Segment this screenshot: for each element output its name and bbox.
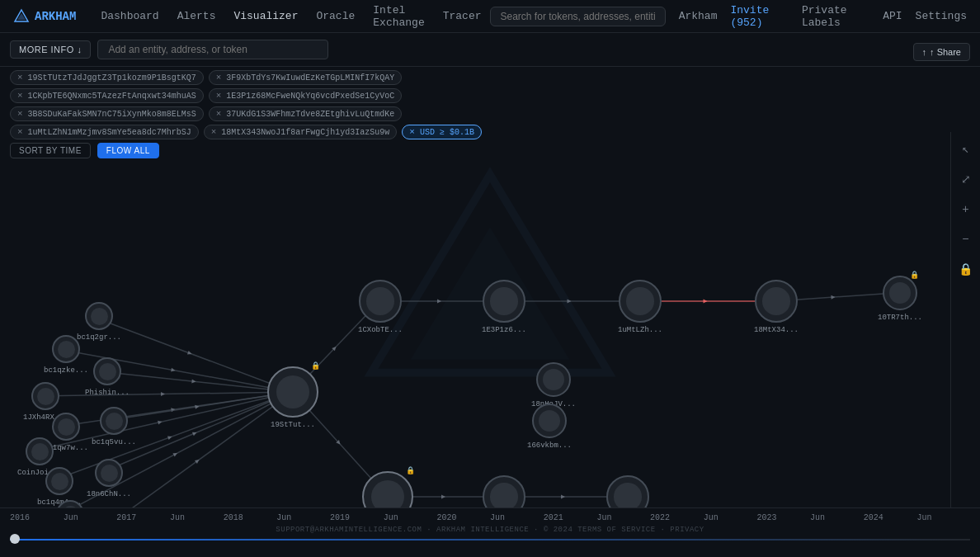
zoom-out-icon[interactable]: − xyxy=(959,229,972,249)
tag-close-icon[interactable]: × xyxy=(17,109,23,119)
nav-dashboard[interactable]: Dashboard xyxy=(92,7,167,26)
node-3F9XbTd[interactable]: 🔒3F9XbTd... xyxy=(362,471,413,507)
node-18MtX34[interactable]: 18MtX34... xyxy=(754,280,799,334)
tag-text: 37UKdG1S3WFhmzTdve8ZEtghivLuQtmdKe xyxy=(226,110,394,119)
tag-filter-usd[interactable]: × USD ≥ $0.1B xyxy=(402,125,482,139)
tag-close-icon[interactable]: × xyxy=(17,127,23,137)
tag-close-icon[interactable]: × xyxy=(17,91,23,101)
flow-all-button[interactable]: FLOW ALL xyxy=(97,143,159,158)
nav-arkham[interactable]: Arkham xyxy=(679,10,718,22)
node-inner-166vkbm xyxy=(539,410,561,432)
timeline-year-2020: 2020 xyxy=(436,513,490,522)
app-logo[interactable]: ARKHAM xyxy=(13,8,76,25)
tag-7[interactable]: × 1uMtLZhN1mMzjmv8SmYe5ea8dc7MhrbSJ xyxy=(10,125,199,139)
expand-icon[interactable]: ⤢ xyxy=(958,169,974,190)
node-circle-18n6ChN xyxy=(95,459,123,487)
sort-by-time-button[interactable]: SORT BY TIME xyxy=(10,143,91,158)
timeline-handle[interactable] xyxy=(10,534,20,544)
tag-text: 1uMtLZhN1mMzjmv8SmYe5ea8dc7MhrbSJ xyxy=(28,128,191,137)
tag-3[interactable]: × 1CKpbTE6QNxmc5TAzezFtAnqxwt34mhuAS xyxy=(10,88,204,103)
node-19StTUT[interactable]: 🔒19StTut... xyxy=(267,366,318,429)
tag-close-icon[interactable]: × xyxy=(409,127,415,137)
zoom-in-icon[interactable]: + xyxy=(959,200,972,219)
node-3B8SDuK[interactable]: 3B8SDuK... xyxy=(482,475,526,507)
graph-area[interactable]: 🔒19StTut...🔒3F9XbTd...1CXobTE...1E3P1z6.… xyxy=(0,136,980,507)
timeline-bar[interactable] xyxy=(10,539,970,540)
node-10TR7th[interactable]: 🔒10TR7th... xyxy=(878,276,922,322)
svg-marker-27 xyxy=(332,347,336,351)
tag-text: 3B8SDuKaFakSMN7nC75iXynMko8m8ELMsS xyxy=(28,110,196,119)
tag-text: 19StTUtzTJdJggtZ3Tp1kozm9P1BsgtKQ7 xyxy=(28,73,196,83)
global-search-input[interactable] xyxy=(490,7,666,26)
node-inner-bc1qw7w xyxy=(58,418,75,436)
tag-close-icon[interactable]: × xyxy=(216,91,222,101)
tag-8[interactable]: × 18MtX343NwoJ1f8arFwgCjh1yd3IazSu9w xyxy=(204,125,398,139)
node-bc1qzke[interactable]: bc1qzke... xyxy=(44,335,88,375)
entity-input[interactable] xyxy=(97,40,328,59)
tag-close-icon[interactable]: × xyxy=(211,127,217,137)
svg-marker-33 xyxy=(704,300,708,304)
tag-close-icon[interactable]: × xyxy=(17,73,23,83)
node-1E3P1z6[interactable]: 1E3P1z6... xyxy=(482,280,526,334)
svg-marker-2 xyxy=(371,175,609,373)
timeline-year-2017: 2017 xyxy=(116,513,170,522)
toolbar: MORE INFO ↓ xyxy=(0,33,980,67)
node-1CXobTE[interactable]: 1CXobTE... xyxy=(358,280,403,334)
right-panel: ↖ ⤢ + − 🔒 xyxy=(950,132,980,507)
nav-alerts[interactable]: Alerts xyxy=(169,7,224,26)
node-label-18MtX34: 18MtX34... xyxy=(754,326,799,334)
tag-text: 3F9XbTdYs7KwIuwdEzKeTGpLMINfI7kQAY xyxy=(226,73,394,83)
node-166vkbm[interactable]: 166vkbm... xyxy=(527,404,572,450)
node-18nHoJV[interactable]: 18nHoJV... xyxy=(531,362,576,408)
svg-line-10 xyxy=(37,392,293,396)
timeline-year-2018: 2018 xyxy=(224,513,277,522)
tag-close-icon[interactable]: × xyxy=(216,109,222,119)
node-circle-166vkbm xyxy=(532,404,567,438)
nav-invite[interactable]: Invite (952) xyxy=(730,4,788,29)
nav-oracle[interactable]: Oracle xyxy=(308,7,363,26)
svg-marker-31 xyxy=(568,300,572,304)
nav-private-labels[interactable]: Private Labels xyxy=(802,4,869,29)
node-circle-Phishin1 xyxy=(93,357,121,385)
tag-1[interactable]: × 19StTUtzTJdJggtZ3Tp1kozm9P1BsgtKQ7 xyxy=(10,70,204,85)
lock-panel-icon[interactable]: 🔒 xyxy=(955,259,976,280)
tag-text: 18MtX343NwoJ1f8arFwgCjh1yd3IazSu9w xyxy=(221,128,389,137)
share-button[interactable]: ↑ ↑ Share xyxy=(913,43,970,61)
node-label-1CXobTE: 1CXobTE... xyxy=(358,326,403,334)
svg-marker-37 xyxy=(336,440,340,444)
svg-marker-21 xyxy=(192,432,197,437)
tag-4[interactable]: × 1E3P1z68McFweNQkYq6vcdPxedSe1CyVoC xyxy=(209,88,403,103)
node-18n6ChN[interactable]: 18n6ChN... xyxy=(87,459,131,498)
nav-api[interactable]: API xyxy=(883,10,902,22)
tag-5[interactable]: × 3B8SDuKaFakSMN7nC75iXynMko8m8ELMsS xyxy=(10,106,204,121)
node-inner-CoinJoi xyxy=(31,443,49,460)
nav-tracer[interactable]: Tracer xyxy=(435,7,490,26)
more-info-button[interactable]: MORE INFO ↓ xyxy=(10,40,91,59)
node-label-166vkbm: 166vkbm... xyxy=(527,441,572,450)
node-bc1q5vu[interactable]: bc1q5vu... xyxy=(92,407,136,446)
node-Phishin2[interactable]: Phishin... xyxy=(48,500,92,507)
timeline-jun-5: Jun xyxy=(490,513,544,522)
node-circle-1E3P1z6 xyxy=(483,280,525,323)
timeline-jun-8: Jun xyxy=(810,513,864,522)
node-circle-3B8SDuK xyxy=(483,475,525,507)
node-circle-bc1q5vu xyxy=(100,407,128,435)
node-Phishin1[interactable]: Phishin... xyxy=(85,357,130,397)
tag-2[interactable]: × 3F9XbTdYs7KwIuwdEzKeTGpLMINfI7kQAY xyxy=(209,70,403,85)
navbar: ARKHAM Dashboard Alerts Visualizer Oracl… xyxy=(0,0,980,33)
tag-close-icon[interactable]: × xyxy=(216,73,222,83)
tag-6[interactable]: × 37UKdG1S3WFhmzTdve8ZEtghivLuQtmdKe xyxy=(209,106,403,121)
tag-filter-text: USD ≥ $0.1B xyxy=(420,128,474,137)
node-1uMtLZh[interactable]: 1uMtLZh... xyxy=(618,280,662,334)
share-icon: ↑ xyxy=(922,47,927,57)
nav-intel-exchange[interactable]: Intel Exchange xyxy=(365,1,432,32)
timeline-jun-4: Jun xyxy=(384,513,437,522)
timeline-year-2022: 2022 xyxy=(650,513,704,522)
node-inner-bc1q2gr xyxy=(91,308,108,325)
timeline: 2016 Jun 2017 Jun 2018 Jun 2019 Jun 2020… xyxy=(0,507,980,557)
node-label-1uMtLZh: 1uMtLZh... xyxy=(618,326,662,334)
node-inner-bc1q5vu xyxy=(106,413,123,430)
node-37UKdGi[interactable]: 37UKdGi... xyxy=(605,475,650,507)
nav-settings[interactable]: Settings xyxy=(916,10,967,22)
nav-visualizer[interactable]: Visualizer xyxy=(225,7,306,26)
